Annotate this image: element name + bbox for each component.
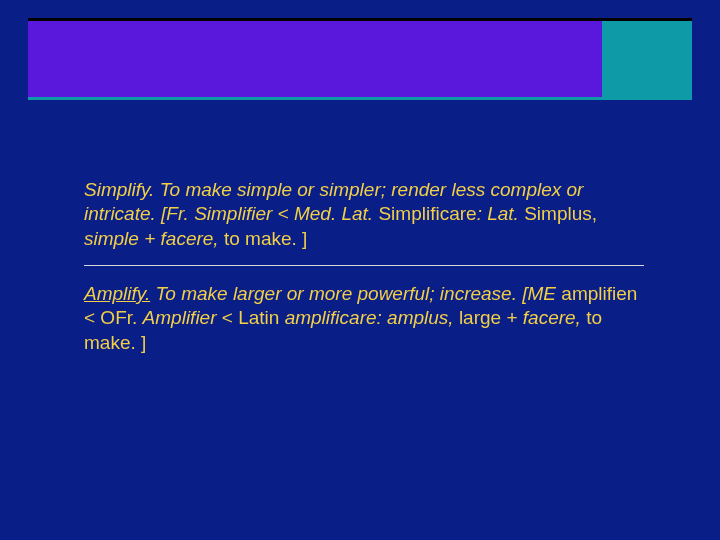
- def-text: amplificare: amplus,: [285, 307, 454, 328]
- def-text: < Latin: [222, 307, 285, 328]
- def-text: facere,: [523, 307, 581, 328]
- def-text: Simplificare: [373, 203, 476, 224]
- def-text: To make larger or more powerful; increas…: [150, 283, 556, 304]
- def-text: to make. ]: [219, 228, 308, 249]
- definition-simplify: Simplify. To make simple or simpler; ren…: [84, 178, 644, 251]
- definition-amplify: Amplify. To make larger or more powerful…: [84, 282, 644, 355]
- def-text: Simplus,: [519, 203, 597, 224]
- content-area: Simplify. To make simple or simpler; ren…: [84, 178, 644, 355]
- term-amplify: Amplify.: [84, 283, 150, 304]
- title-bar: [28, 18, 692, 100]
- divider-rule: [84, 265, 644, 266]
- def-text: : Lat.: [477, 203, 519, 224]
- slide: Simplify. To make simple or simpler; ren…: [0, 0, 720, 540]
- def-text: Amplifier: [143, 307, 222, 328]
- def-text: simple + facere,: [84, 228, 219, 249]
- title-accent-square: [602, 21, 692, 97]
- term-simplify: Simplify.: [84, 179, 154, 200]
- def-text: large +: [454, 307, 523, 328]
